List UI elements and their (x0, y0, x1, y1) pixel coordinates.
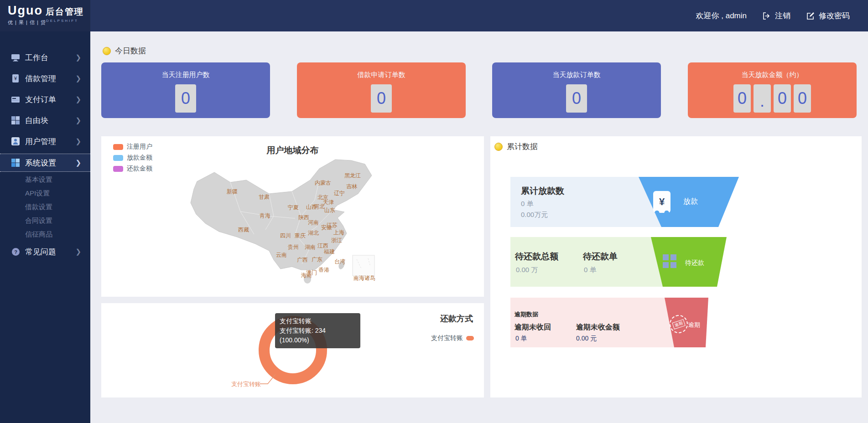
summary-row-overdue: 逾期数据 逾期未收回 0 单 逾期未收金额 0.00 元 逾期 逾期 (510, 298, 851, 347)
row-col2-value: 0 单 (584, 266, 597, 274)
map-province-label: 山西 (306, 203, 317, 211)
summary-row-disbursed: 累计放款数 0 单 0.00万元 ¥ 放款 (510, 177, 851, 227)
today-section-header: 今日数据 (103, 46, 146, 56)
map-province-label: 贵州 (288, 243, 299, 251)
sidebar-subitem-label: 基本设置 (25, 175, 52, 184)
stat-card-value: 0 (566, 84, 587, 113)
stat-card-title: 当天放款订单数 (492, 71, 661, 79)
sidebar-item-faq[interactable]: ? 常见问题 ❯ (0, 242, 90, 261)
windows-grid-icon (11, 158, 20, 167)
sidebar-item-user-management[interactable]: 用户管理 ❯ (0, 131, 90, 151)
logo-text: Uguo (8, 4, 43, 18)
legend-label: 支付宝转账 (431, 334, 463, 342)
sidebar-item-label: 常见问题 (25, 247, 56, 257)
grid-icon (11, 116, 20, 125)
map-province-label: 广东 (312, 256, 322, 263)
map-province-label: 安徽 (321, 224, 332, 232)
change-password-button[interactable]: 修改密码 (806, 10, 850, 21)
chevron-right-icon: ❯ (75, 116, 81, 124)
summary-row-pending: 待还款总额 0.00 万 待还款单 0 单 待还款 (510, 237, 851, 287)
region-map-panel: 用户地域分布 注册用户 放款金额 还款金额 (101, 136, 484, 297)
sidebar-subitem-loan-settings[interactable]: 借款设置 (0, 200, 90, 214)
row-col2-title: 逾期未收金额 (576, 323, 620, 332)
sidebar-item-workbench[interactable]: 工作台 ❯ (0, 47, 90, 67)
donut-legend-item[interactable]: 支付宝转账 (431, 334, 474, 342)
sidebar-item-label: 系统设置 (25, 158, 56, 168)
map-province-label: 宁夏 (288, 204, 299, 212)
sidebar-item-label: 用户管理 (25, 136, 56, 147)
stat-card-digit: 0 (774, 84, 791, 113)
sidebar-item-loan-management[interactable]: ¥ 借款管理 ❯ (0, 68, 90, 88)
map-province-label: 黑龙江 (344, 172, 361, 180)
sidebar-subitem-label: 合同设置 (25, 217, 52, 225)
sidebar-subitem-label: 借款设置 (25, 203, 52, 212)
card-icon (11, 95, 20, 104)
logo-tagline: 优 | 果 | 信 | 贷 (8, 19, 46, 26)
stat-card-value: 0 (175, 84, 196, 113)
top-bar: Uguo 优 | 果 | 信 | 贷 后台管理 DELPSHIFT 欢迎你 , … (0, 0, 868, 31)
map-province-label: 吉林 (346, 183, 357, 191)
map-province-label: 广西 (297, 256, 308, 264)
stat-card-value: 0 (371, 84, 392, 113)
legend-marker (466, 336, 474, 340)
row-count: 0 单 (521, 200, 534, 208)
map-province-label: 重庆 (295, 232, 306, 240)
row-title: 累计放款数 (521, 185, 564, 197)
blocks-icon (663, 254, 676, 268)
map-province-label: 台湾 (334, 258, 345, 266)
row-col1-value: 0 单 (515, 335, 527, 343)
sidebar-subitem-label: API设置 (25, 189, 50, 198)
map-province-label: 福建 (324, 248, 335, 256)
coin-icon (103, 47, 111, 55)
tooltip-value: 支付宝转账: 234 (100.00%) (280, 326, 356, 345)
stat-card-registered-users: 当天注册用户数 0 (101, 62, 270, 118)
sidebar-subitem-basic-settings[interactable]: 基本设置 (0, 173, 90, 186)
map-province-label: 湖南 (305, 243, 316, 251)
chevron-right-icon: ❯ (75, 95, 81, 103)
logo: Uguo 优 | 果 | 信 | 贷 后台管理 DELPSHIFT (0, 0, 90, 31)
sidebar-item-system-settings[interactable]: 系统设置 ❯ (0, 154, 90, 172)
sidebar-subitem-contract-settings[interactable]: 合同设置 (0, 214, 90, 227)
row-col2-title: 待还款单 (583, 251, 618, 263)
row-col2-value: 0.00 元 (576, 335, 597, 343)
sidebar-item-label: 工作台 (25, 52, 48, 63)
map-province-label: 内蒙古 (315, 179, 331, 187)
stat-card-disbursed-amount: 当天放款金额（约） 0 . 0 0 (688, 62, 857, 118)
map-province-label: 浙江 (331, 237, 342, 244)
map-province-label: 甘肃 (259, 193, 270, 201)
row-tag-label: 待还款 (685, 259, 704, 267)
row-subtitle: 逾期数据 (515, 310, 538, 319)
sidebar-item-free-blocks[interactable]: 自由块 ❯ (0, 110, 90, 130)
logout-button[interactable]: 注销 (762, 10, 790, 21)
map-province-label: 海南 (301, 272, 312, 279)
sidebar-item-payment-orders[interactable]: 支付订单 ❯ (0, 89, 90, 109)
map-province-label: 四川 (280, 232, 291, 240)
yen-ticket-icon: ¥ (653, 191, 670, 213)
sidebar-subitem-api-settings[interactable]: API设置 (0, 186, 90, 200)
monitor-icon (11, 53, 20, 62)
user-icon (11, 137, 20, 146)
map-province-label: 山东 (324, 206, 335, 214)
row-col1-value: 0.00 万 (516, 266, 538, 274)
map-province-label: 南海诸岛 (353, 274, 375, 282)
sidebar-item-label: 自由块 (25, 115, 48, 126)
sidebar-subitem-credit-products[interactable]: 信征商品 (0, 227, 90, 241)
app-title: 后台管理 (46, 6, 84, 18)
stat-card-loan-applications: 借款申请订单数 0 (297, 62, 466, 118)
section-title: 今日数据 (115, 46, 146, 56)
donut-slice-label: 支付宝转账 (231, 380, 261, 388)
chevron-right-icon: ❯ (75, 159, 81, 167)
coin-icon (494, 143, 503, 151)
svg-text:?: ? (14, 249, 17, 254)
map-province-label: 河南 (308, 219, 319, 227)
stat-card-title: 借款申请订单数 (297, 71, 466, 79)
map-province-label: 香港 (318, 266, 329, 274)
summary-panel: 累计数据 累计放款数 0 单 0.00万元 ¥ 放款 待还款总额 0.00 万 … (490, 136, 862, 397)
sidebar-item-label: 支付订单 (25, 94, 56, 105)
row-tag-label: 放款 (683, 197, 698, 206)
stat-card-title: 当天放款金额（约） (688, 71, 857, 79)
row-col1-title: 待还款总额 (515, 251, 558, 263)
stat-card-disbursed-orders: 当天放款订单数 0 (492, 62, 661, 118)
row-col1-title: 逾期未收回 (515, 323, 551, 332)
sidebar-item-label: 借款管理 (25, 73, 56, 84)
